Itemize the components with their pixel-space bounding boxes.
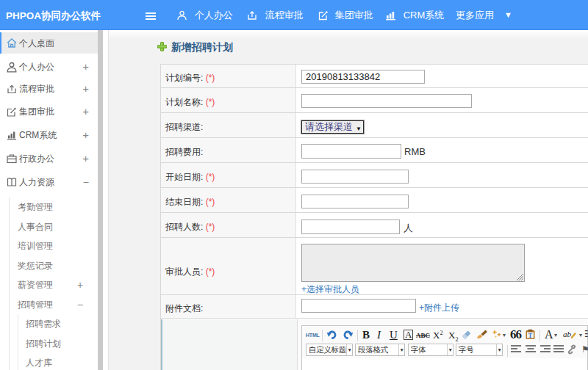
svg-text:T: T — [528, 333, 533, 339]
svg-text:ab: ab — [563, 330, 572, 338]
